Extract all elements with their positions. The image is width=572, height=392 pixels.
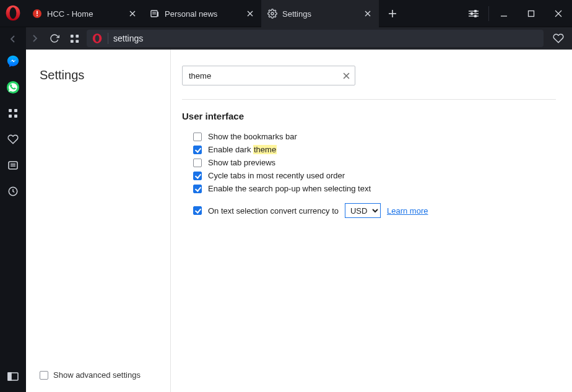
svg-point-13 (271, 12, 274, 15)
option-checkbox[interactable] (193, 146, 202, 154)
new-tab-button[interactable] (379, 0, 406, 27)
settings-sidebar: Settings Show advanced settings (26, 50, 171, 392)
whatsapp-icon[interactable] (6, 81, 20, 94)
option-row[interactable]: Enable the search pop-up when selecting … (182, 182, 556, 195)
svg-rect-41 (70, 40, 73, 43)
option-currency-convert: On text selection convert currency to US… (182, 201, 556, 220)
close-icon[interactable] (128, 9, 137, 19)
clear-search-icon[interactable] (340, 70, 352, 81)
option-checkbox[interactable] (193, 133, 202, 141)
reload-button[interactable] (46, 30, 63, 47)
address-bar[interactable] (87, 30, 544, 47)
window-minimize-button[interactable] (490, 0, 518, 27)
option-row[interactable]: Cycle tabs in most recently used order (182, 169, 556, 182)
option-label: Enable dark theme (208, 145, 277, 154)
svg-rect-30 (14, 109, 17, 112)
tab-personal-news[interactable]: Personal news (144, 0, 261, 27)
history-icon[interactable] (6, 185, 20, 198)
svg-point-23 (474, 15, 476, 17)
svg-rect-40 (76, 34, 79, 37)
option-checkbox[interactable] (193, 159, 202, 167)
svg-rect-25 (529, 11, 534, 16)
option-checkbox[interactable] (193, 172, 202, 180)
advanced-checkbox[interactable] (40, 371, 48, 380)
svg-rect-8 (157, 12, 158, 17)
show-advanced-settings-checkbox[interactable]: Show advanced settings (40, 360, 170, 392)
advanced-label: Show advanced settings (53, 370, 141, 380)
messenger-icon[interactable] (6, 54, 20, 68)
sidebar-toggle-icon[interactable] (6, 370, 20, 383)
svg-rect-4 (37, 15, 38, 16)
svg-rect-32 (14, 115, 17, 118)
nav-back-button[interactable] (4, 30, 22, 48)
currency-label: On text selection convert currency to (208, 206, 339, 216)
navigation-toolbar (26, 27, 572, 50)
window-maximize-button[interactable] (518, 0, 545, 27)
svg-rect-31 (9, 115, 12, 118)
speed-dial-icon[interactable] (6, 107, 20, 120)
bookmarks-heart-icon[interactable] (6, 133, 20, 146)
tab-settings[interactable]: Settings (261, 0, 379, 27)
learn-more-link[interactable]: Learn more (387, 206, 428, 216)
option-checkbox[interactable] (193, 185, 202, 193)
tab-label: Settings (282, 9, 359, 19)
currency-select[interactable]: USD (345, 203, 381, 218)
tab-label: HCC - Home (47, 9, 124, 19)
svg-rect-29 (9, 109, 12, 112)
start-page-button[interactable] (66, 30, 83, 47)
currency-checkbox[interactable] (193, 206, 202, 215)
warning-badge-icon (32, 9, 42, 19)
personal-news-icon[interactable] (6, 159, 20, 172)
settings-main: User interface Show the bookmarks barEna… (171, 50, 572, 392)
window-close-button[interactable] (545, 0, 572, 27)
option-label: Enable the search pop-up when selecting … (208, 184, 371, 193)
easy-setup-icon[interactable] (460, 0, 487, 27)
left-sidebar (0, 27, 26, 392)
svg-rect-42 (76, 40, 79, 43)
tab-label: Personal news (165, 9, 241, 19)
option-row[interactable]: Show tab previews (182, 156, 556, 169)
tab-strip: HCC - Home Personal news Settings (26, 0, 460, 27)
svg-rect-3 (37, 11, 38, 15)
settings-search-input[interactable] (182, 66, 355, 85)
news-icon (150, 9, 160, 19)
close-icon[interactable] (363, 9, 373, 19)
opera-logo-icon (4, 4, 22, 22)
gear-icon (267, 9, 277, 19)
section-heading: User interface (182, 111, 556, 121)
svg-rect-39 (70, 34, 73, 37)
svg-rect-33 (9, 162, 17, 169)
option-label: Show tab previews (208, 158, 275, 167)
opera-badge-icon (92, 33, 103, 44)
svg-point-22 (470, 12, 472, 14)
option-label: Cycle tabs in most recently used order (208, 171, 345, 180)
svg-rect-38 (8, 373, 11, 380)
address-input[interactable] (113, 33, 539, 43)
tab-hcc-home[interactable]: HCC - Home (26, 0, 144, 27)
close-icon[interactable] (245, 9, 255, 19)
option-row[interactable]: Show the bookmarks bar (182, 130, 556, 143)
bookmark-page-button[interactable] (550, 30, 567, 47)
svg-point-21 (474, 10, 476, 12)
nav-forward-button[interactable] (26, 30, 43, 47)
option-row[interactable]: Enable dark theme (182, 143, 556, 156)
page-title: Settings (40, 68, 170, 82)
svg-point-44 (95, 35, 100, 41)
svg-point-1 (10, 7, 17, 18)
option-label: Show the bookmarks bar (208, 132, 297, 141)
